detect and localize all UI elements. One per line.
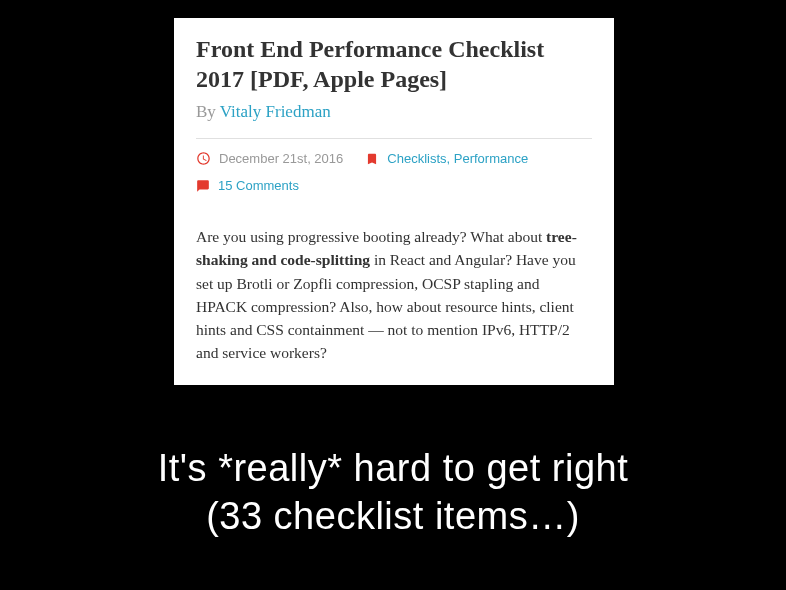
by-prefix: By bbox=[196, 102, 220, 121]
meta-row: December 21st, 2016 Checklists, Performa… bbox=[196, 151, 592, 166]
comments-link[interactable]: 15 Comments bbox=[218, 178, 299, 193]
clock-icon bbox=[196, 151, 211, 166]
divider bbox=[196, 138, 592, 139]
article-body: Are you using progressive booting alread… bbox=[196, 225, 592, 365]
comment-icon bbox=[196, 179, 210, 193]
body-before: Are you using progressive booting alread… bbox=[196, 228, 546, 245]
tags-link[interactable]: Checklists, Performance bbox=[387, 151, 528, 166]
comments-row: 15 Comments bbox=[196, 178, 592, 193]
article-title: Front End Performance Checklist 2017 [PD… bbox=[196, 34, 592, 94]
bookmark-icon bbox=[365, 152, 379, 166]
publish-date: December 21st, 2016 bbox=[219, 151, 343, 166]
slide-caption: It's *really* hard to get right (33 chec… bbox=[0, 445, 786, 540]
caption-line-2: (33 checklist items…) bbox=[0, 493, 786, 541]
article-card: Front End Performance Checklist 2017 [PD… bbox=[174, 18, 614, 385]
caption-line-1: It's *really* hard to get right bbox=[0, 445, 786, 493]
byline: By Vitaly Friedman bbox=[196, 102, 592, 122]
author-link[interactable]: Vitaly Friedman bbox=[220, 102, 331, 121]
